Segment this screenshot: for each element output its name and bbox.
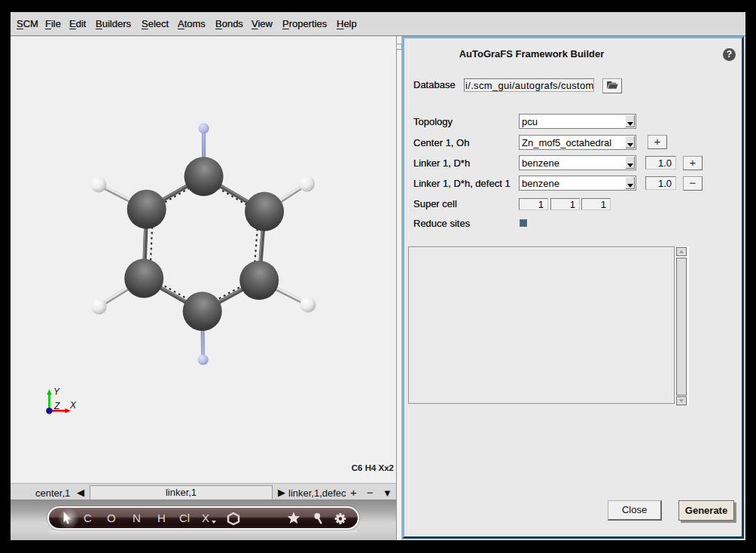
svg-text:Z: Z (53, 401, 60, 411)
svg-text:X: X (69, 400, 77, 411)
svg-text:C6 H4 Xx2: C6 H4 Xx2 (352, 463, 394, 472)
svg-text:Y: Y (53, 386, 60, 397)
